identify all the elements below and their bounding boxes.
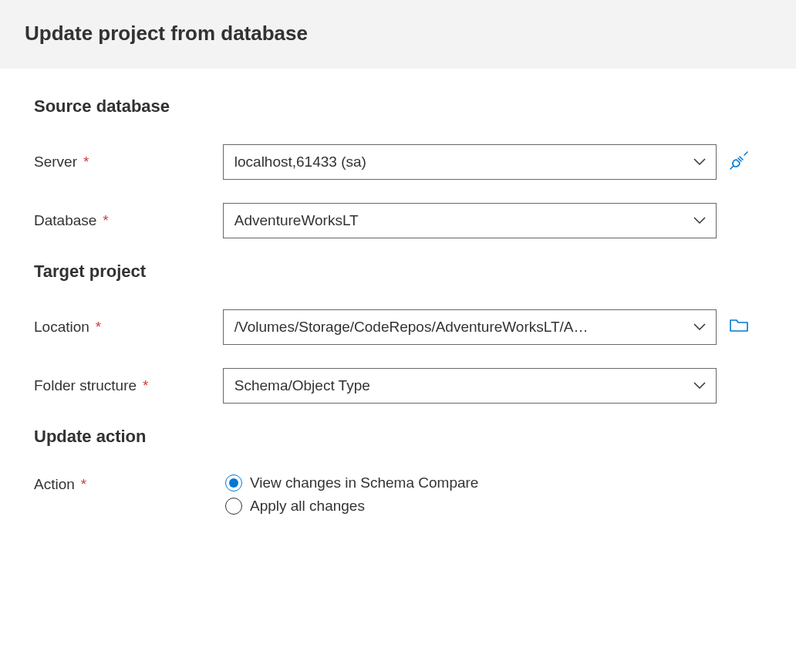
required-indicator: *: [81, 476, 86, 493]
radio-button-icon: [225, 474, 242, 491]
label-database-text: Database: [34, 212, 96, 229]
database-select[interactable]: AdventureWorksLT: [223, 203, 717, 238]
radio-button-icon: [225, 498, 242, 515]
field-row-location: Location * /Volumes/Storage/CodeRepos/Ad…: [34, 309, 762, 345]
section-title-source: Source database: [34, 96, 762, 117]
label-action: Action *: [34, 474, 225, 493]
field-row-folder-structure: Folder structure * Schema/Object Type: [34, 368, 762, 404]
section-title-target: Target project: [34, 262, 762, 282]
label-server: Server *: [34, 154, 223, 171]
database-select-container: AdventureWorksLT: [223, 203, 717, 238]
required-indicator: *: [103, 212, 108, 229]
plug-icon: [729, 150, 749, 174]
server-select-container: localhost,61433 (sa): [223, 144, 717, 180]
field-row-action: Action * View changes in Schema Compare …: [34, 474, 762, 515]
action-cell-connect: [717, 151, 762, 173]
folder-structure-select-container: Schema/Object Type: [223, 368, 717, 404]
required-indicator: *: [143, 377, 148, 394]
dialog-title: Update project from database: [25, 22, 771, 46]
radio-dot-icon: [229, 478, 238, 488]
label-database: Database *: [34, 212, 223, 229]
action-cell-browse: [717, 316, 762, 338]
required-indicator: *: [83, 154, 89, 171]
location-select[interactable]: /Volumes/Storage/CodeRepos/AdventureWork…: [223, 309, 717, 345]
label-folder-structure: Folder structure *: [34, 377, 223, 394]
label-location-text: Location: [34, 319, 89, 336]
folder-structure-select[interactable]: Schema/Object Type: [223, 368, 717, 404]
label-action-text: Action: [34, 476, 75, 493]
required-indicator: *: [96, 319, 101, 336]
action-radio-group: View changes in Schema Compare Apply all…: [225, 474, 478, 515]
dialog-header: Update project from database: [0, 0, 796, 69]
radio-label-view-changes: View changes in Schema Compare: [250, 474, 478, 491]
dialog-content: Source database Server * localhost,61433…: [0, 69, 796, 515]
radio-label-apply-all: Apply all changes: [250, 498, 365, 515]
location-select-container: /Volumes/Storage/CodeRepos/AdventureWork…: [223, 309, 717, 345]
section-title-update-action: Update action: [34, 427, 762, 447]
browse-button[interactable]: [728, 316, 750, 338]
connect-button[interactable]: [728, 151, 750, 173]
field-row-database: Database * AdventureWorksLT: [34, 203, 762, 238]
radio-apply-all[interactable]: Apply all changes: [225, 498, 478, 515]
server-select[interactable]: localhost,61433 (sa): [223, 144, 717, 180]
radio-view-changes[interactable]: View changes in Schema Compare: [225, 474, 478, 491]
field-row-server: Server * localhost,61433 (sa): [34, 144, 762, 180]
label-location: Location *: [34, 319, 223, 336]
label-folder-structure-text: Folder structure: [34, 377, 137, 394]
folder-icon: [729, 317, 749, 337]
label-server-text: Server: [34, 154, 77, 171]
